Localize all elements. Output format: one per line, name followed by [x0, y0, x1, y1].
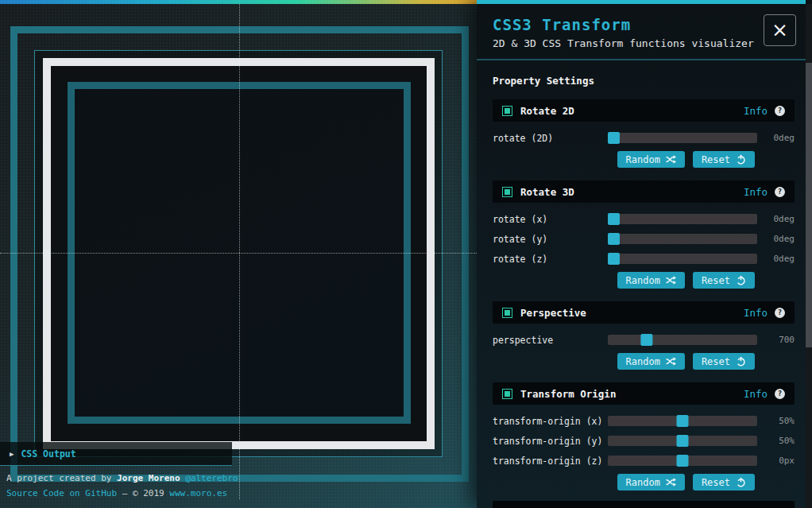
shuffle-icon: [666, 275, 676, 285]
info-link-wrap[interactable]: Info ?: [744, 307, 785, 319]
slider-thumb[interactable]: [608, 213, 620, 225]
slider-value: 0px: [757, 456, 795, 466]
next-section-header-clipped: [493, 501, 795, 508]
section-title: Rotate 3D: [520, 186, 574, 198]
power-icon: [736, 477, 746, 487]
slider-value: 0deg: [757, 214, 795, 224]
css-output-toggle[interactable]: ▶ CSS Output: [0, 442, 232, 466]
slider-label: transform-origin (z): [493, 456, 608, 467]
reset-button[interactable]: Reset: [693, 474, 755, 491]
slider-value: 0deg: [757, 254, 795, 264]
checkbox-icon[interactable]: [502, 308, 512, 318]
reset-button[interactable]: Reset: [693, 272, 755, 289]
panel-scrollbar[interactable]: [806, 4, 812, 508]
info-link-wrap[interactable]: Info ?: [744, 388, 785, 400]
random-button[interactable]: Random: [617, 353, 685, 370]
checkbox-icon[interactable]: [502, 106, 512, 116]
slider-label: rotate (2D): [493, 133, 608, 144]
transform-origin-y-slider[interactable]: [608, 435, 757, 447]
section-title: Rotate 2D: [520, 105, 574, 117]
random-label: Random: [626, 275, 660, 286]
slider-value: 700: [757, 335, 795, 345]
slider-thumb[interactable]: [608, 233, 620, 245]
section-title: Transform Origin: [520, 388, 616, 400]
author-handle-link[interactable]: @alterebro: [185, 473, 238, 483]
slider-track[interactable]: [608, 214, 757, 224]
reset-button[interactable]: Reset: [693, 353, 755, 370]
power-icon: [736, 154, 746, 165]
close-button[interactable]: ×: [764, 14, 796, 46]
reset-label: Reset: [702, 356, 730, 367]
slider-row: transform-origin (y) 50%: [493, 435, 795, 447]
reset-label: Reset: [702, 275, 730, 286]
reset-label: Reset: [702, 477, 730, 488]
section-title: Perspective: [520, 307, 586, 319]
checkbox-icon[interactable]: [502, 187, 512, 197]
slider-track[interactable]: [608, 254, 757, 264]
transform-origin-z-slider[interactable]: [608, 455, 757, 467]
power-icon: [736, 356, 746, 366]
reset-button[interactable]: Reset: [693, 151, 755, 168]
slider-thumb[interactable]: [608, 132, 620, 144]
app-subtitle: 2D & 3D CSS Transform functions visualiz…: [493, 37, 790, 49]
transform-origin-x-slider[interactable]: [608, 415, 757, 427]
slider-thumb[interactable]: [608, 253, 620, 265]
slider-row: transform-origin (z) 0px: [493, 455, 795, 467]
random-button[interactable]: Random: [617, 151, 685, 168]
rotate-2d-slider[interactable]: [608, 132, 757, 144]
shuffle-icon: [666, 477, 676, 487]
slider-row: rotate (z) 0deg: [493, 253, 795, 265]
help-icon[interactable]: ?: [775, 389, 785, 399]
random-button[interactable]: Random: [617, 474, 685, 491]
info-link-wrap[interactable]: Info ?: [744, 105, 785, 117]
visualizer-stage: ▶ CSS Output A project created by Jorge …: [0, 0, 477, 508]
power-icon: [736, 275, 746, 285]
slider-row: transform-origin (x) 50%: [493, 415, 795, 427]
help-icon[interactable]: ?: [775, 187, 785, 197]
css-output-label: CSS Output: [21, 448, 75, 460]
slider-label: rotate (x): [493, 214, 608, 225]
slider-track[interactable]: [608, 234, 757, 244]
rotate-z-slider[interactable]: [608, 253, 757, 265]
rotate-x-slider[interactable]: [608, 213, 757, 225]
top-gradient-bar: [0, 0, 477, 4]
slider-value: 0deg: [757, 133, 795, 143]
slider-value: 50%: [757, 416, 795, 426]
info-link[interactable]: Info: [744, 105, 768, 117]
slider-row: rotate (x) 0deg: [493, 213, 795, 225]
help-icon[interactable]: ?: [775, 106, 785, 116]
slider-track[interactable]: [608, 335, 757, 345]
info-link[interactable]: Info: [744, 186, 768, 198]
shuffle-icon: [666, 356, 676, 366]
panel-body: Property Settings Rotate 2D Info ? rotat…: [477, 75, 806, 508]
help-icon[interactable]: ?: [775, 308, 785, 318]
collapsed-arrow-icon: ▶: [10, 450, 14, 458]
slider-row: rotate (2D) 0deg: [493, 132, 795, 144]
slider-track[interactable]: [608, 133, 757, 143]
website-link[interactable]: www.moro.es: [169, 488, 227, 498]
random-label: Random: [626, 154, 660, 165]
source-code-link[interactable]: Source Code on GitHub: [6, 488, 117, 498]
random-label: Random: [626, 477, 660, 488]
info-link[interactable]: Info: [744, 307, 768, 319]
scrollbar-thumb[interactable]: [806, 63, 812, 347]
info-link[interactable]: Info: [744, 388, 768, 400]
slider-thumb[interactable]: [641, 334, 653, 346]
reset-label: Reset: [702, 154, 730, 165]
slider-label: rotate (y): [493, 234, 608, 245]
rotate-y-slider[interactable]: [608, 233, 757, 245]
slider-thumb[interactable]: [677, 455, 689, 467]
slider-row: rotate (y) 0deg: [493, 233, 795, 245]
random-button[interactable]: Random: [617, 272, 685, 289]
slider-thumb[interactable]: [677, 435, 689, 447]
info-link-wrap[interactable]: Info ?: [744, 186, 785, 198]
section-header-rotate-2d: Rotate 2D Info ?: [493, 99, 795, 122]
slider-thumb[interactable]: [677, 415, 689, 427]
settings-heading: Property Settings: [493, 75, 795, 87]
checkbox-icon[interactable]: [502, 389, 512, 399]
section-header-transform-origin: Transform Origin Info ?: [493, 382, 795, 405]
copyright-text: — © 2019: [117, 488, 169, 498]
settings-panel: CSS3 Transform 2D & 3D CSS Transform fun…: [477, 0, 806, 508]
slider-label: rotate (z): [493, 254, 608, 265]
perspective-slider[interactable]: [608, 334, 757, 346]
